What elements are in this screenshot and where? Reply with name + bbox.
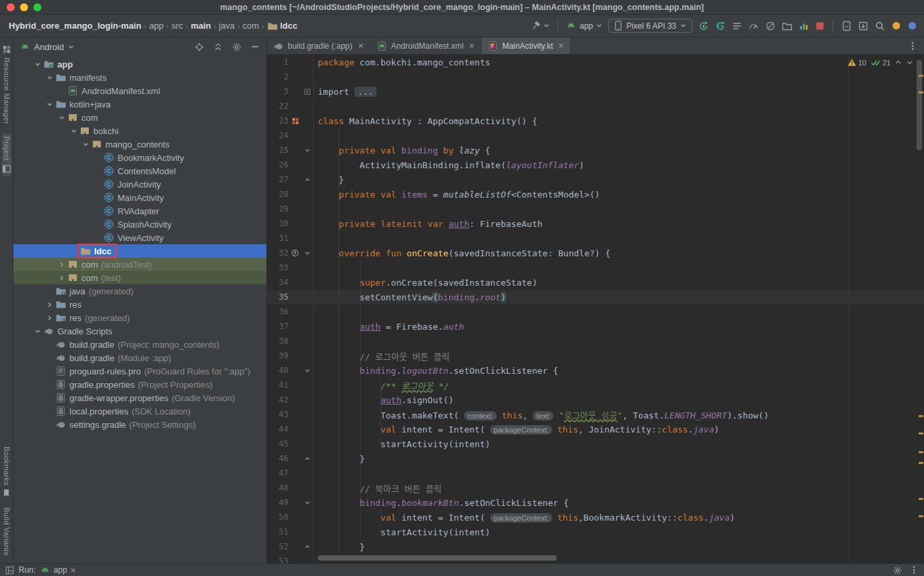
code-line-42[interactable]: 42 auth.signOut() <box>267 392 924 407</box>
zoom-window-button[interactable] <box>33 3 41 11</box>
tree-chevron-icon[interactable] <box>44 101 55 107</box>
code-line-31[interactable]: 31 <box>267 231 924 246</box>
assistant-button[interactable] <box>907 21 917 31</box>
code-line-2[interactable]: 2 <box>267 69 924 84</box>
inspections-widget[interactable]: 10 21 <box>847 58 914 67</box>
code-line-48[interactable]: 48 // 북마크 버튼 클릭 <box>267 481 924 495</box>
code-line-37[interactable]: 37 auth = Firebase.auth <box>267 319 924 334</box>
code-line-22[interactable]: 22 <box>267 99 924 113</box>
code-line-45[interactable]: 45 startActivity(intent) <box>267 437 924 451</box>
tree-item-com[interactable]: com <box>13 111 266 124</box>
tree-item-build-gradle-module-app[interactable]: build.gradle(Module :app) <box>13 351 266 364</box>
close-window-button[interactable] <box>7 3 15 11</box>
tree-item-mango-contents[interactable]: mango_contents <box>13 137 266 151</box>
fold-marker-icon[interactable] <box>302 451 314 466</box>
tree-chevron-icon[interactable] <box>56 275 67 281</box>
minimize-window-button[interactable] <box>20 3 28 11</box>
code-line-32[interactable]: 32 override fun onCreate(savedInstanceSt… <box>267 246 924 260</box>
tab-androidmanifest-xml[interactable]: AndroidManifest.xml <box>371 37 482 54</box>
tree-item-rvadapter[interactable]: CRVAdapter <box>13 204 266 218</box>
tree-item-java-generated[interactable]: java(generated) <box>13 284 266 298</box>
previous-issue-button[interactable] <box>895 59 902 66</box>
device-selector[interactable]: Pixel 6 API 33 <box>608 19 692 33</box>
run-tab-app[interactable]: app <box>40 565 76 575</box>
tool-windows-icon[interactable] <box>5 566 14 575</box>
tree-chevron-icon[interactable] <box>44 315 55 321</box>
code-line-26[interactable]: 26 ActivityMainBinding.inflate(layoutInf… <box>267 158 924 172</box>
code-line-24[interactable]: 24 <box>267 128 924 143</box>
tree-item-viewactivity[interactable]: CViewActivity <box>13 231 266 244</box>
tree-item-splashactivity[interactable]: CSplashActivity <box>13 218 266 231</box>
apply-code-changes-button[interactable] <box>715 21 726 31</box>
warning-stripe-mark[interactable] <box>919 498 923 500</box>
device-manager-button[interactable] <box>841 21 852 31</box>
search-everywhere-button[interactable] <box>875 21 885 31</box>
tool-stripe-project[interactable]: Project <box>2 133 11 176</box>
warning-stripe-mark[interactable] <box>919 433 923 435</box>
run-tasks-button[interactable] <box>732 21 742 31</box>
tree-item-ldcc[interactable]: ldcc <box>13 244 266 258</box>
breadcrumb-item-hybrid-core-mango-login-main[interactable]: Hybrid_core_mango_login-main <box>7 21 144 31</box>
profile-app-button[interactable] <box>798 21 809 31</box>
tree-item-gradle-properties-project-properties[interactable]: gradle.properties(Project Properties) <box>13 378 266 391</box>
tree-item-joinactivity[interactable]: CJoinActivity <box>13 178 266 191</box>
tree-item-res-generated[interactable]: res(generated) <box>13 311 266 324</box>
tree-item-mainactivity[interactable]: CMainActivity <box>13 191 266 204</box>
tree-item-app[interactable]: app <box>13 57 266 71</box>
code-line-23[interactable]: 23class MainActivity : AppCompatActivity… <box>267 113 924 128</box>
code-line-49[interactable]: 49 binding.bookmarkBtn.setOnClickListene… <box>267 495 924 510</box>
tab-build-gradle-app[interactable]: build.gradle (:app) <box>267 37 371 54</box>
code-line-27[interactable]: 27 } <box>267 172 924 187</box>
code-line-1[interactable]: 1package com.bokchi.mango_contents <box>267 55 924 69</box>
code-line-43[interactable]: 43 Toast.makeText( context: this, text: … <box>267 407 924 422</box>
settings-button[interactable] <box>232 42 242 52</box>
project-view-selector[interactable]: Android <box>34 42 64 52</box>
tree-item-kotlin-java[interactable]: kotlin+java <box>13 97 266 111</box>
tree-item-local-properties-sdk-location[interactable]: local.properties(SDK Location) <box>13 404 266 418</box>
tree-item-gradle-scripts[interactable]: Gradle Scripts <box>13 324 266 338</box>
code-line-40[interactable]: 40 binding.logoutBtn.setOnClickListener … <box>267 363 924 378</box>
code-line-35[interactable]: 35 setContentView(binding.root) <box>267 290 924 304</box>
profiler-button[interactable] <box>748 21 759 31</box>
fold-marker-icon[interactable] <box>302 495 314 510</box>
breadcrumb-item-src[interactable]: src <box>170 21 185 31</box>
tree-item-gradle-wrapper-properties-gradle-version[interactable]: gradle-wrapper.properties(Gradle Version… <box>13 391 266 404</box>
sdk-manager-button[interactable] <box>858 21 869 31</box>
tree-item-manifests[interactable]: manifests <box>13 71 266 84</box>
tab-options-button[interactable] <box>901 37 924 54</box>
vertical-scrollbar[interactable] <box>917 60 922 150</box>
fold-marker-icon[interactable] <box>302 246 314 260</box>
code-line-34[interactable]: 34 super.onCreate(savedInstanceState) <box>267 275 924 290</box>
tree-item-res[interactable]: res <box>13 298 266 311</box>
code-line-36[interactable]: 36 <box>267 304 924 319</box>
tree-chevron-icon[interactable] <box>44 75 55 81</box>
tab-mainactivity-kt[interactable]: MainActivity.kt <box>481 37 571 54</box>
tool-stripe-bookmarks[interactable]: Bookmarks <box>2 447 11 499</box>
fold-marker-icon[interactable] <box>302 363 314 378</box>
code-line-41[interactable]: 41 /** 로그아웃 */ <box>267 378 924 392</box>
code-line-33[interactable]: 33 <box>267 260 924 275</box>
horizontal-scrollbar[interactable] <box>318 555 557 561</box>
apply-changes-button[interactable] <box>698 21 709 31</box>
kebab-icon[interactable] <box>909 565 919 575</box>
code-line-25[interactable]: 25 private val binding by lazy { <box>267 143 924 158</box>
tab-close-icon[interactable] <box>558 43 564 49</box>
tree-chevron-icon[interactable] <box>44 302 55 308</box>
fold-marker-icon[interactable] <box>302 539 314 554</box>
tree-item-androidmanifest-xml[interactable]: AndroidManifest.xml <box>13 84 266 97</box>
tree-item-proguard-rules-pro-proguard-rules-for-app[interactable]: proguard-rules.pro(ProGuard Rules for ":… <box>13 364 266 378</box>
tree-item-com-test[interactable]: com(test) <box>13 271 266 284</box>
stop-button[interactable] <box>815 21 825 31</box>
fold-marker-icon[interactable] <box>302 84 314 99</box>
settings-icon[interactable] <box>893 565 903 575</box>
code-line-50[interactable]: 50 val intent = Intent( packageContext: … <box>267 510 924 525</box>
warning-stripe-mark[interactable] <box>919 451 923 453</box>
code-line-39[interactable]: 39 // 로그아웃 버튼 클릭 <box>267 348 924 363</box>
tree-item-com-androidtest[interactable]: com(androidTest) <box>13 258 266 271</box>
tab-close-icon[interactable] <box>358 43 364 49</box>
fold-marker-icon[interactable] <box>302 143 314 158</box>
breadcrumb-item-app[interactable]: app <box>147 21 166 31</box>
warning-stripe-mark[interactable] <box>919 462 923 464</box>
code-line-28[interactable]: 28 private val items = mutableListOf<Con… <box>267 187 924 202</box>
run-configuration-selector[interactable]: app <box>566 21 602 31</box>
